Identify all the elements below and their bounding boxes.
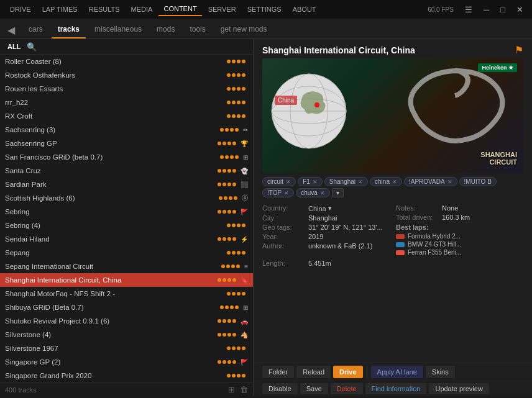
tag-top[interactable]: !TOP ✕	[262, 188, 294, 197]
tab-mods[interactable]: mods	[150, 21, 181, 38]
track-item[interactable]: Sachsenring GP🏆	[0, 137, 253, 150]
tag-china[interactable]: china ✕	[370, 177, 402, 186]
track-rating-dots	[227, 87, 245, 91]
track-name-label: Singapore Grand Prix 2020	[5, 372, 227, 379]
total-driven-label: Total driven:	[396, 214, 439, 221]
best-lap-2: BMW Z4 GT3 Hill...	[396, 241, 523, 248]
skins-button[interactable]: Skins	[426, 366, 455, 378]
track-item[interactable]: Singapore GP (2)🚩	[0, 355, 253, 369]
city-label: City:	[262, 214, 306, 222]
track-item[interactable]: Shibuya GRiD (Beta 0.7)⊞	[0, 301, 253, 314]
country-value[interactable]: China ▾	[308, 204, 332, 212]
track-rating-dots	[227, 101, 245, 104]
track-item[interactable]: Silverstone (4)🐴	[0, 328, 253, 341]
track-item[interactable]: Sepang	[0, 246, 253, 260]
close-button[interactable]: ✕	[513, 4, 527, 16]
save-button[interactable]: Save	[300, 383, 328, 394]
track-item[interactable]: Santa Cruz👻	[0, 164, 253, 178]
bookmark-icon[interactable]: ⚑	[515, 44, 523, 56]
track-item[interactable]: Shanghai MotorFaq - NFS Shift 2 -	[0, 287, 253, 301]
delete-button[interactable]: Delete	[331, 383, 363, 394]
update-preview-button[interactable]: Update preview	[429, 383, 488, 394]
track-name-label: Sendai Hiland	[5, 235, 218, 243]
tag-aprovada[interactable]: !APROVADA ✕	[404, 177, 457, 186]
apply-ai-lane-button[interactable]: Apply AI lane	[371, 366, 423, 378]
length-label: Length:	[262, 260, 306, 267]
nav-about[interactable]: ABOUT	[288, 3, 321, 16]
track-status-icon: ⊞	[243, 154, 248, 161]
china-label: China	[275, 96, 297, 105]
track-name-label: Rouen les Essarts	[5, 85, 227, 93]
track-status-icon: 🚗	[241, 318, 248, 325]
fps-label: 60.0 FPS	[424, 5, 457, 14]
track-item[interactable]: Sebring (4)	[0, 219, 253, 232]
nav-server[interactable]: SERVER	[203, 3, 241, 16]
track-item[interactable]: Singapore Grand Prix 2020	[0, 369, 253, 382]
track-status-icon: 🚩	[241, 359, 248, 366]
main-layout: ALL 🔍 Roller Coaster (8)Rostock Osthafen…	[0, 39, 532, 396]
drive-button[interactable]: Drive	[333, 366, 363, 378]
tag-dropdown[interactable]: ▾	[332, 188, 344, 197]
tab-cars[interactable]: cars	[22, 21, 49, 38]
track-item[interactable]: Sardian Park⬛	[0, 178, 253, 191]
tab-miscellaneous[interactable]: miscellaneous	[88, 21, 148, 38]
tag-chuva[interactable]: chuva ✕	[296, 188, 330, 197]
grid-view-icon[interactable]: ⊞	[228, 385, 235, 394]
search-icon[interactable]: 🔍	[27, 42, 37, 52]
track-rating-dots	[227, 73, 245, 77]
track-item[interactable]: San Francisco GRiD (beta 0.7)⊞	[0, 150, 253, 164]
track-item[interactable]: Silverstone 1967	[0, 341, 253, 355]
track-item[interactable]: Sachsenring (3)✏	[0, 123, 253, 137]
track-name-label: Shibuya GRiD (Beta 0.7)	[5, 304, 220, 311]
nav-media[interactable]: MEDIA	[126, 3, 158, 16]
track-rating-dots	[227, 374, 245, 378]
nav-settings[interactable]: SETTINGS	[242, 3, 287, 16]
tag-muito-b[interactable]: !MUITO B	[459, 177, 497, 186]
track-rating-dots	[227, 60, 245, 63]
track-item[interactable]: Roller Coaster (8)	[0, 55, 253, 68]
track-name-label: Roller Coaster (8)	[5, 58, 227, 65]
find-information-button[interactable]: Find information	[365, 383, 427, 394]
track-rating-dots	[218, 142, 236, 145]
track-item[interactable]: Rouen les Essarts	[0, 82, 253, 96]
track-name-label: Shanghai International Circuit, China	[5, 276, 218, 284]
disable-button[interactable]: Disable	[262, 383, 298, 394]
tag-f1[interactable]: F1 ✕	[298, 177, 323, 186]
track-item[interactable]: Sendai Hiland⚡	[0, 232, 253, 246]
track-status-icon: Ⓐ	[242, 194, 248, 202]
minimize-button[interactable]: ─	[480, 4, 493, 16]
tags-row-1: circuit ✕ F1 ✕ Shanghai ✕ china ✕ !APROV…	[262, 177, 523, 186]
track-item[interactable]: Shanghai International Circuit, China🔖	[0, 273, 253, 287]
tab-get-new-mods[interactable]: get new mods	[214, 21, 273, 38]
track-item[interactable]: rrr_h22	[0, 96, 253, 109]
track-rating-dots	[227, 224, 245, 227]
nav-lap-times[interactable]: LAP TIMES	[37, 3, 83, 16]
tag-shanghai[interactable]: Shanghai ✕	[324, 177, 368, 186]
content-tabs: ◀ cars tracks miscellaneous mods tools g…	[0, 19, 532, 39]
author-label: Author:	[262, 242, 306, 250]
best-laps-label: Best laps:	[396, 224, 429, 231]
track-item[interactable]: RX Croft	[0, 109, 253, 123]
tab-tracks[interactable]: tracks	[52, 21, 86, 38]
track-item[interactable]: Sepang International Circuit≡	[0, 260, 253, 273]
back-button[interactable]: ◀	[7, 24, 15, 36]
nav-content[interactable]: CONTENT	[158, 2, 201, 16]
track-name-label: Sepang International Circuit	[5, 263, 221, 270]
delete-icon[interactable]: 🗑	[240, 385, 248, 394]
svg-point-5	[314, 102, 319, 107]
filter-all[interactable]: ALL	[5, 42, 23, 52]
reload-button[interactable]: Reload	[296, 366, 331, 378]
track-item[interactable]: Scottish Highlands (6)Ⓐ	[0, 191, 253, 205]
nav-results[interactable]: RESULTS	[84, 3, 125, 16]
menu-button[interactable]: ☰	[461, 4, 476, 16]
nav-drive[interactable]: DRIVE	[5, 3, 36, 16]
track-item[interactable]: Shutoko Revival Project 0.9.1 (6)🚗	[0, 314, 253, 328]
tag-circuit[interactable]: circuit ✕	[262, 177, 296, 186]
tab-tools[interactable]: tools	[183, 21, 211, 38]
folder-button[interactable]: Folder	[262, 366, 294, 378]
track-item[interactable]: Rostock Osthafenkurs	[0, 68, 253, 82]
total-driven-value: 160.3 km	[442, 214, 523, 221]
nav-menu: DRIVE LAP TIMES RESULTS MEDIA CONTENT SE…	[5, 2, 321, 16]
maximize-button[interactable]: □	[497, 4, 509, 16]
track-item[interactable]: Sebring🚩	[0, 205, 253, 219]
